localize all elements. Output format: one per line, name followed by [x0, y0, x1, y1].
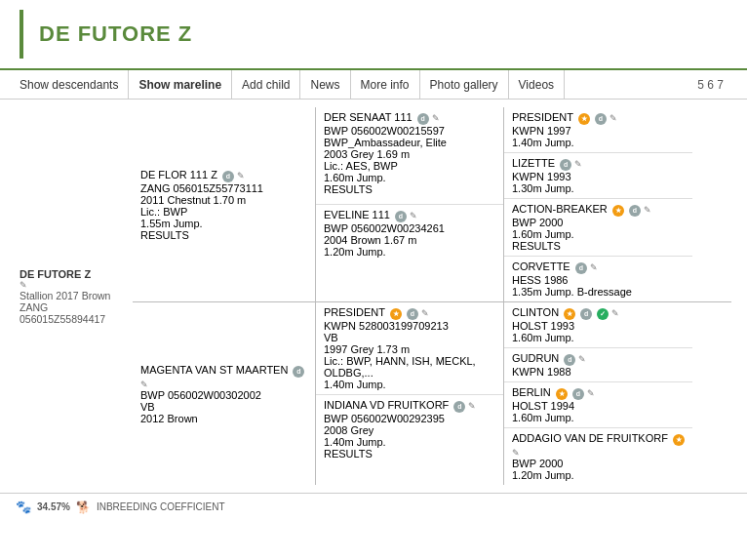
cor-edit[interactable]: ✎: [590, 262, 598, 272]
lizette-name: LIZETTE d ✎: [512, 157, 685, 171]
indiana-results: RESULTS: [324, 448, 373, 460]
p1-edit[interactable]: ✎: [609, 113, 617, 123]
ds-edit[interactable]: ✎: [432, 113, 440, 123]
add-edit[interactable]: ✎: [512, 448, 520, 458]
nav-photo-gallery[interactable]: Photo gallery: [420, 70, 509, 99]
eveline-name: EVELINE 111 d ✎: [324, 209, 495, 222]
col4-lizette: LIZETTE d ✎ KWPN 1993 1.30m Jump.: [504, 153, 692, 199]
col4-president1: PRESIDENT ★ d ✎ KWPN 1997 1.40m Jump.: [504, 107, 692, 153]
magenta-year: 2012 Brown: [140, 413, 307, 424]
mag-icon1: d: [293, 366, 304, 378]
col4-bottom: CLINTON ★ d ✓ ✎ HOLST 1993 1.60m Jump. G…: [504, 302, 692, 485]
clin-icon1: ★: [564, 308, 575, 320]
col3-eveline: EVELINE 111 d ✎ BWP 056002W00234261 2004…: [316, 205, 503, 301]
mag-edit[interactable]: ✎: [140, 380, 148, 389]
corvette-code: HESS 1986: [512, 274, 685, 286]
inbreeding-icon: 🐾: [16, 500, 31, 514]
nav-show-mareline[interactable]: Show mareline: [129, 70, 232, 99]
actionbreaker-code: BWP 2000: [512, 217, 685, 228]
clinton-jump: 1.60m Jump.: [512, 332, 685, 343]
col4-berlin: BERLIN ★ d ✎ HOLST 1994 1.60m Jump.: [504, 382, 692, 428]
navigation-bar: Show descendants Show mareline Add child…: [0, 68, 747, 100]
pedigree-tree: DE FLOR 111 Z d ✎ ZANG 056015Z55773111 2…: [133, 107, 731, 485]
ab-icon2: d: [629, 205, 641, 217]
col4-corvette: CORVETTE d ✎ HESS 1986 1.35m Jump. B-dre…: [504, 257, 692, 301]
actionbreaker-jump: 1.60m Jump.: [512, 228, 685, 240]
gudrun-name: GUDRUN d ✎: [512, 352, 685, 366]
main-content: DE FUTORE Z ✎ Stallion 2017 Brown ZANG 0…: [0, 100, 747, 493]
lizette-code: KWPN 1993: [512, 171, 685, 182]
page-numbers: 5 6 7: [689, 78, 731, 92]
president2-code: KWPN 528003199709213: [324, 320, 495, 332]
deflor-name: DE FLOR 111 Z d ✎: [140, 169, 263, 182]
clinton-name: CLINTON ★ d ✓ ✎: [512, 306, 685, 320]
clinton-code: HOLST 1993: [512, 320, 685, 332]
nav-videos[interactable]: Videos: [509, 70, 565, 99]
eveline-jump: 1.20m Jump.: [324, 246, 495, 258]
col4-top: PRESIDENT ★ d ✎ KWPN 1997 1.40m Jump. LI…: [504, 107, 692, 301]
dersenaat-year: 2003 Grey 1.69 m: [324, 148, 495, 160]
deflor-edit[interactable]: ✎: [237, 171, 245, 180]
indiana-year: 2008 Grey: [324, 424, 495, 436]
deflor-year: 2011 Chestnut 1.70 m: [140, 194, 263, 206]
liz-edit[interactable]: ✎: [574, 159, 582, 169]
clin-icon2: d: [580, 308, 592, 320]
ev-icon1: d: [395, 211, 407, 222]
col3-bottom: PRESIDENT ★ d ✎ KWPN 528003199709213 VB …: [316, 302, 504, 485]
top-header: DE FUTORE Z: [0, 10, 747, 59]
subject-type: Stallion 2017 Brown: [20, 290, 125, 301]
clin-edit[interactable]: ✎: [611, 308, 619, 318]
president1-name: PRESIDENT ★ d ✎: [512, 111, 685, 125]
p1-icon2: d: [595, 113, 607, 125]
president2-jump: 1.40m Jump.: [324, 379, 495, 390]
deflor-results: RESULTS: [140, 229, 189, 241]
nav-more-info[interactable]: More info: [351, 70, 420, 99]
magenta-extra: VB: [140, 401, 307, 413]
inbreeding-icon2: 🐕: [76, 500, 91, 514]
dersenaat-extra: BWP_Ambassadeur, Elite: [324, 137, 495, 148]
indiana-name: INDIANA VD FRUITKORF d ✎: [324, 399, 495, 413]
col2-top: DE FLOR 111 Z d ✎ ZANG 056015Z55773111 2…: [133, 107, 316, 301]
berlin-code: HOLST 1994: [512, 400, 685, 412]
dersenaat-results: RESULTS: [324, 183, 373, 195]
col3-dersenaat: DER SENAAT 111 d ✎ BWP 056002W00215597 B…: [316, 107, 503, 205]
magenta-name: MAGENTA VAN ST MAARTEN d ✎: [140, 364, 307, 389]
page-title: DE FUTORE Z: [39, 21, 708, 47]
add-icon1: ★: [673, 434, 685, 446]
ev-edit[interactable]: ✎: [410, 211, 417, 220]
nav-news[interactable]: News: [300, 70, 350, 99]
ber-icon1: ★: [556, 388, 568, 400]
dersenaat-lic: Lic.: AES, BWP: [324, 160, 495, 172]
ber-edit[interactable]: ✎: [587, 388, 595, 398]
clin-icon3: ✓: [597, 308, 609, 320]
nav-show-descendants[interactable]: Show descendants: [16, 70, 129, 99]
president2-lic: Lic.: BWP, HANN, ISH, MECKL, OLDBG,...: [324, 355, 495, 379]
actionbreaker-name: ACTION-BREAKER ★ d ✎: [512, 203, 685, 217]
subject-animal: DE FUTORE Z ✎ Stallion 2017 Brown ZANG 0…: [16, 107, 133, 485]
p2-icon2: d: [407, 308, 418, 320]
corvette-name: CORVETTE d ✎: [512, 260, 685, 274]
cor-icon1: d: [575, 262, 587, 274]
magenta-code: BWP 056002W00302002: [140, 389, 307, 401]
gud-edit[interactable]: ✎: [578, 354, 586, 364]
corvette-jump: 1.35m Jump. B-dressage: [512, 286, 685, 298]
p2-edit[interactable]: ✎: [421, 308, 429, 318]
lizette-jump: 1.30m Jump.: [512, 182, 685, 194]
indiana-code: BWP 056002W00292395: [324, 413, 495, 424]
ds-icon1: d: [417, 113, 429, 125]
dersenaat-code: BWP 056002W00215597: [324, 125, 495, 137]
subject-edit-icon[interactable]: ✎: [20, 280, 125, 290]
deflor-jump: 1.55m Jump.: [140, 218, 263, 229]
nav-add-child[interactable]: Add child: [232, 70, 300, 99]
subject-code: ZANG 056015Z55894417: [20, 301, 125, 325]
footer-bar: 🐾 34.57% 🐕 INBREEDING COEFFICIENT: [0, 493, 747, 520]
col4-addagio: ADDAGIO VAN DE FRUITKORF ★ ✎ BWP 2000 1.…: [504, 428, 692, 485]
addagio-name: ADDAGIO VAN DE FRUITKORF ★ ✎: [512, 432, 685, 458]
president2-extra: VB: [324, 332, 495, 343]
p1-icon1: ★: [578, 113, 590, 125]
ab-edit[interactable]: ✎: [644, 205, 651, 215]
inbreeding-value: 34.57%: [37, 501, 70, 512]
ind-edit[interactable]: ✎: [468, 401, 476, 411]
ber-icon2: d: [572, 388, 584, 400]
ab-icon1: ★: [612, 205, 624, 217]
